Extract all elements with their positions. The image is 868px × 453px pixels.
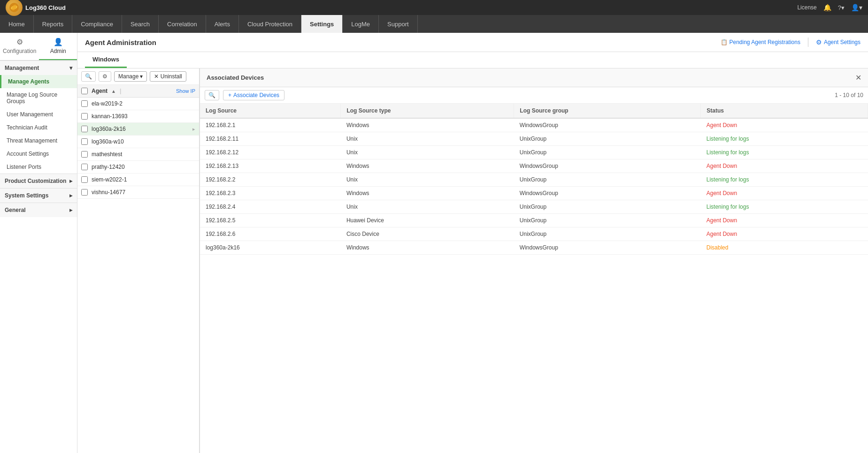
cell-status: Agent Down (701, 187, 868, 200)
cell-log-source-group: UnixGroup (514, 200, 701, 214)
system-settings-section[interactable]: System Settings ▸ (0, 188, 77, 203)
nav-search[interactable]: Search (122, 15, 159, 33)
nav-bar: Home Reports Compliance Search Correlati… (0, 15, 868, 33)
agent-checkbox[interactable] (81, 151, 88, 158)
agent-checkbox[interactable] (81, 100, 88, 107)
sidebar-item-technician-audit[interactable]: Technician Audit (0, 121, 77, 134)
account-settings-label: Account Settings (7, 151, 49, 157)
system-settings-chevron: ▸ (69, 192, 72, 199)
threat-management-label: Threat Management (7, 137, 57, 144)
nav-correlation[interactable]: Correlation (159, 15, 206, 33)
nav-logme[interactable]: LogMe (343, 15, 379, 33)
cell-log-source-group: UnixGroup (514, 214, 701, 227)
pending-registrations-button[interactable]: 📋 Pending Agent Registrations (721, 39, 800, 45)
help-icon[interactable]: ?▾ (838, 4, 845, 11)
agent-name: vishnu-14677 (92, 189, 125, 196)
cell-log-source-group: UnixGroup (514, 146, 701, 159)
cell-log-source-group: WindowsGroup (514, 118, 701, 132)
agent-settings-label: Agent Settings (824, 39, 860, 45)
agent-row[interactable]: log360a-2k16 ▸ (77, 123, 199, 136)
agent-row[interactable]: prathy-12420 (77, 161, 199, 174)
header-actions: 📋 Pending Agent Registrations ⚙ Agent Se… (721, 38, 861, 47)
agent-row[interactable]: vishnu-14677 (77, 186, 199, 199)
sidebar-tabs: ⚙ Configuration 👤 Admin (0, 33, 77, 60)
sort-icon[interactable]: ▲ (111, 89, 116, 94)
system-settings-label: System Settings (5, 192, 48, 199)
devices-tbody: 192.168.2.1 Windows WindowsGroup Agent D… (200, 118, 868, 255)
agent-panel: 🔍 ⚙ Manage ▾ ✕ Uninstall Agent ▲ | (77, 68, 200, 453)
cell-status: Listening for logs (701, 146, 868, 159)
nav-home[interactable]: Home (0, 15, 34, 33)
cell-log-source-group: UnixGroup (514, 173, 701, 187)
sidebar-item-threat-management[interactable]: Threat Management (0, 134, 77, 147)
select-all-checkbox[interactable] (81, 88, 88, 94)
cell-log-source: 192.168.2.4 (200, 200, 341, 214)
nav-cloud-protection[interactable]: Cloud Protection (239, 15, 301, 33)
agent-row[interactable]: ela-w2019-2 (77, 98, 199, 110)
uninstall-button[interactable]: ✕ Uninstall (150, 71, 186, 82)
general-section[interactable]: General ▸ (0, 203, 77, 217)
agent-row[interactable]: log360a-w10 (77, 136, 199, 148)
sidebar-item-listener-ports[interactable]: Listener Ports (0, 160, 77, 174)
nav-compliance[interactable]: Compliance (72, 15, 122, 33)
logo-icon (6, 0, 23, 16)
cell-status: Agent Down (701, 214, 868, 227)
nav-settings[interactable]: Settings (301, 15, 343, 33)
manage-button[interactable]: Manage ▾ (114, 71, 147, 82)
agent-row[interactable]: kannan-13693 (77, 110, 199, 123)
user-icon[interactable]: 👤▾ (851, 4, 862, 11)
product-customization-section[interactable]: Product Customization ▸ (0, 174, 77, 188)
devices-toolbar-left: 🔍 + Associate Devices (205, 90, 284, 100)
nav-alerts[interactable]: Alerts (206, 15, 239, 33)
pending-registrations-label: Pending Agent Registrations (730, 39, 800, 45)
gear-icon: ⚙ (816, 38, 822, 46)
agent-checkbox[interactable] (81, 189, 88, 196)
sidebar-tab-admin[interactable]: 👤 Admin (39, 33, 77, 60)
agent-row[interactable]: matheshtest (77, 148, 199, 161)
sidebar-item-manage-agents[interactable]: Manage Agents (0, 75, 77, 88)
cell-log-source-group: UnixGroup (514, 227, 701, 241)
agent-list-header: Agent ▲ | Show IP (77, 85, 199, 98)
agent-settings-button[interactable]: ⚙ Agent Settings (816, 38, 860, 46)
sidebar-item-account-settings[interactable]: Account Settings (0, 147, 77, 160)
close-devices-button[interactable]: ✕ (855, 73, 861, 82)
associate-devices-button[interactable]: + Associate Devices (223, 90, 284, 100)
top-bar-right: License 🔔 ?▾ 👤▾ (797, 4, 862, 11)
sidebar-item-user-management[interactable]: User Management (0, 108, 77, 121)
agent-checkbox[interactable] (81, 164, 88, 170)
sidebar-item-manage-log-source-groups[interactable]: Manage Log Source Groups (0, 88, 77, 108)
agent-checkbox[interactable] (81, 113, 88, 120)
listener-ports-label: Listener Ports (7, 164, 41, 170)
nav-reports[interactable]: Reports (34, 15, 73, 33)
cell-log-source: 192.168.2.12 (200, 146, 341, 159)
agent-checkbox[interactable] (81, 126, 88, 132)
bell-icon[interactable]: 🔔 (823, 4, 831, 11)
cell-log-source-group: WindowsGroup (514, 241, 701, 255)
main-layout: ⚙ Configuration 👤 Admin Management ▾ Man… (0, 33, 868, 453)
search-devices-button[interactable]: 🔍 (205, 90, 219, 100)
associated-devices-title: Associated Devices (207, 74, 264, 81)
filter-agents-button[interactable]: ⚙ (99, 71, 111, 82)
col-log-source: Log Source (200, 104, 341, 118)
cell-log-source-type: Unix (341, 173, 514, 187)
agent-checkbox[interactable] (81, 176, 88, 183)
table-row: 192.168.2.13 Windows WindowsGroup Agent … (200, 159, 868, 173)
cell-log-source-type: Windows (341, 187, 514, 200)
nav-support[interactable]: Support (379, 15, 418, 33)
agent-name: log360a-w10 (92, 138, 124, 145)
table-row: log360a-2k16 Windows WindowsGroup Disabl… (200, 241, 868, 255)
cell-log-source: 192.168.2.13 (200, 159, 341, 173)
cell-status: Agent Down (701, 227, 868, 241)
search-agents-button[interactable]: 🔍 (81, 71, 96, 82)
show-ip-button[interactable]: Show IP (176, 88, 195, 94)
tab-windows[interactable]: Windows (85, 52, 127, 68)
license-link[interactable]: License (797, 4, 816, 11)
table-row: 192.168.2.12 Unix UnixGroup Listening fo… (200, 146, 868, 159)
agent-checkbox[interactable] (81, 138, 88, 145)
management-section[interactable]: Management ▾ (0, 60, 77, 75)
table-row: 192.168.2.6 Cisco Device UnixGroup Agent… (200, 227, 868, 241)
sidebar-tab-configuration[interactable]: ⚙ Configuration (0, 33, 39, 60)
table-row: 192.168.2.5 Huawei Device UnixGroup Agen… (200, 214, 868, 227)
agent-row[interactable]: siem-w2022-1 (77, 174, 199, 186)
table-header-row: Log Source Log Source type Log Source gr… (200, 104, 868, 118)
